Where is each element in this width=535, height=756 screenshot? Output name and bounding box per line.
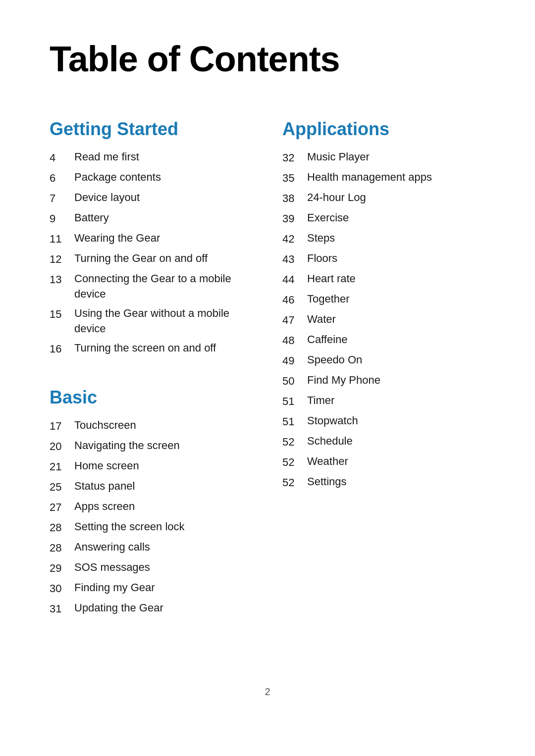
toc-item: 49Speedo On <box>282 353 485 369</box>
page-title: Table of Contents <box>50 40 485 79</box>
toc-item-text: Weather <box>307 454 348 469</box>
toc-page-number: 43 <box>282 251 307 267</box>
section-title-getting-started: Getting Started <box>50 118 253 140</box>
toc-item: 27Apps screen <box>50 499 253 515</box>
toc-page-number: 52 <box>282 434 307 450</box>
toc-item: 43Floors <box>282 251 485 267</box>
toc-page-number: 25 <box>50 479 74 495</box>
toc-item-text: Timer <box>307 393 334 408</box>
toc-item: 51Stopwatch <box>282 413 485 430</box>
toc-page-number: 50 <box>282 373 307 389</box>
toc-item: 12Turning the Gear on and off <box>50 251 253 267</box>
toc-page-number: 11 <box>50 231 74 247</box>
section-title-basic: Basic <box>50 387 253 408</box>
toc-page-number: 44 <box>282 271 307 288</box>
toc-columns: Getting Started4Read me first6Package co… <box>50 118 485 647</box>
toc-page-number: 13 <box>50 271 74 288</box>
toc-page-number: 35 <box>282 170 307 186</box>
toc-item: 11Wearing the Gear <box>50 231 253 247</box>
toc-page-number: 49 <box>282 353 307 369</box>
toc-item-text: Find My Phone <box>307 373 380 388</box>
toc-page-number: 7 <box>50 190 74 206</box>
toc-item: 15Using the Gear without a mobile device <box>50 306 253 337</box>
toc-item: 20Navigating the screen <box>50 438 253 454</box>
toc-item: 52Weather <box>282 454 485 470</box>
toc-item: 31Updating the Gear <box>50 601 253 617</box>
toc-page-number: 15 <box>50 306 74 322</box>
toc-list-applications: 32Music Player35Health management apps38… <box>282 150 485 491</box>
toc-item-text: Stopwatch <box>307 413 358 429</box>
toc-page-number: 27 <box>50 499 74 515</box>
toc-item-text: Wearing the Gear <box>74 231 160 246</box>
toc-item: 29SOS messages <box>50 560 253 576</box>
toc-item: 17Touchscreen <box>50 418 253 434</box>
toc-item-text: Caffeine <box>307 332 348 348</box>
toc-item-text: Steps <box>307 231 335 246</box>
toc-item: 52Schedule <box>282 434 485 450</box>
toc-page-number: 21 <box>50 458 74 475</box>
toc-item: 30Finding my Gear <box>50 580 253 597</box>
toc-list-getting-started: 4Read me first6Package contents7Device l… <box>50 150 253 356</box>
toc-item-text: Exercise <box>307 210 349 226</box>
toc-item-text: Finding my Gear <box>74 580 155 596</box>
toc-item: 44Heart rate <box>282 271 485 288</box>
toc-item-text: Answering calls <box>74 540 150 555</box>
toc-item-text: Home screen <box>74 458 139 474</box>
toc-item-text: 24-hour Log <box>307 190 366 205</box>
toc-item-text: Heart rate <box>307 271 356 287</box>
toc-page-number: 20 <box>50 438 74 454</box>
section-title-applications: Applications <box>282 118 485 140</box>
toc-item-text: Updating the Gear <box>74 601 163 616</box>
toc-page-number: 42 <box>282 231 307 247</box>
toc-item-text: Settings <box>307 474 347 490</box>
toc-page-number: 9 <box>50 210 74 227</box>
toc-item-text: Status panel <box>74 479 135 494</box>
toc-page-number: 30 <box>50 580 74 597</box>
toc-item: 39Exercise <box>282 210 485 227</box>
toc-item: 13Connecting the Gear to a mobile device <box>50 271 253 302</box>
toc-item-text: Device layout <box>74 190 140 205</box>
toc-item: 6Package contents <box>50 170 253 186</box>
toc-item: 48Caffeine <box>282 332 485 349</box>
toc-item: 28Answering calls <box>50 540 253 556</box>
toc-item-text: Schedule <box>307 434 353 449</box>
toc-page-number: 52 <box>282 454 307 470</box>
toc-item: 50Find My Phone <box>282 373 485 389</box>
toc-item: 47Water <box>282 312 485 328</box>
toc-item: 4Read me first <box>50 150 253 166</box>
toc-page-number: 38 <box>282 190 307 206</box>
toc-item: 51Timer <box>282 393 485 409</box>
toc-item: 46Together <box>282 292 485 308</box>
toc-page-number: 4 <box>50 150 74 166</box>
toc-item-text: Navigating the screen <box>74 438 180 454</box>
toc-page-number: 51 <box>282 413 307 430</box>
left-column: Getting Started4Read me first6Package co… <box>50 118 253 647</box>
toc-page-number: 51 <box>282 393 307 409</box>
toc-page-number: 39 <box>282 210 307 227</box>
toc-item-text: SOS messages <box>74 560 150 575</box>
toc-page-number: 46 <box>282 292 307 308</box>
toc-page-number: 28 <box>50 540 74 556</box>
toc-item: 32Music Player <box>282 150 485 166</box>
toc-item-text: Music Player <box>307 150 370 165</box>
toc-item-text: Speedo On <box>307 353 362 368</box>
toc-item: 9Battery <box>50 210 253 227</box>
toc-item: 52Settings <box>282 474 485 491</box>
toc-item: 28Setting the screen lock <box>50 519 253 536</box>
toc-item: 7Device layout <box>50 190 253 206</box>
toc-item-text: Package contents <box>74 170 161 185</box>
toc-page-number: 48 <box>282 332 307 349</box>
page-number: 2 <box>50 686 485 698</box>
toc-list-basic: 17Touchscreen20Navigating the screen21Ho… <box>50 418 253 617</box>
toc-item-text: Touchscreen <box>74 418 136 433</box>
toc-page-number: 16 <box>50 341 74 357</box>
section-applications: Applications32Music Player35Health manag… <box>282 118 485 491</box>
toc-item-text: Floors <box>307 251 337 266</box>
toc-item: 16Turning the screen on and off <box>50 341 253 357</box>
toc-item: 42Steps <box>282 231 485 247</box>
section-basic: Basic17Touchscreen20Navigating the scree… <box>50 387 253 617</box>
section-getting-started: Getting Started4Read me first6Package co… <box>50 118 253 356</box>
toc-item-text: Connecting the Gear to a mobile device <box>74 271 253 302</box>
toc-page-number: 17 <box>50 418 74 434</box>
toc-page-number: 28 <box>50 519 74 536</box>
